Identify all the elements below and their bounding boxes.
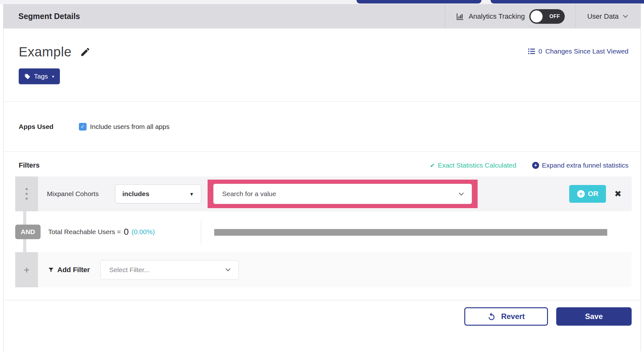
analytics-tracking-section: Analytics Tracking OFF: [445, 4, 576, 29]
or-label: OR: [588, 190, 598, 198]
drag-dot-icon: [26, 188, 28, 190]
include-all-apps-checkbox[interactable]: ✓: [79, 123, 87, 131]
chevron-down-icon: [459, 190, 464, 195]
toggle-knob: [531, 10, 543, 22]
drag-dot-icon: [26, 193, 28, 195]
total-reachable-percent: (0.00%): [132, 228, 155, 236]
expand-funnel-statistics-link[interactable]: + Expand extra funnel statistics: [532, 162, 628, 169]
changes-label: Changes Since Last Viewed: [545, 48, 628, 55]
filters-heading: Filters: [19, 161, 430, 169]
select-filter-dropdown[interactable]: Select Filter...: [100, 260, 239, 280]
top-strip: [0, 0, 644, 4]
tags-label: Tags: [34, 73, 48, 80]
tags-button[interactable]: Tags ▾: [19, 68, 60, 84]
segment-name: Example: [19, 44, 72, 60]
check-icon: ✔: [430, 162, 435, 169]
revert-label: Revert: [501, 312, 525, 321]
user-data-dropdown[interactable]: User Data: [576, 4, 641, 29]
drag-handle[interactable]: [15, 176, 38, 211]
tag-icon: [24, 73, 30, 80]
add-or-condition-button[interactable]: + OR: [569, 185, 606, 203]
exact-statistics-status: ✔ Exact Statistics Calculated: [430, 162, 516, 169]
undo-icon: [487, 312, 496, 321]
plus-circle-icon: +: [577, 190, 585, 198]
reachability-bar: [214, 229, 607, 236]
apps-used-section: Apps Used ✓ Include users from all apps: [3, 102, 641, 151]
title-section: Example Tags ▾: [3, 29, 641, 101]
toggle-state-label: OFF: [549, 14, 560, 19]
cutoff-toolbar-button-right[interactable]: [491, 0, 644, 3]
vertical-divider: [201, 220, 201, 245]
value-placeholder: Search for a value: [222, 190, 276, 198]
select-filter-placeholder: Select Filter...: [109, 266, 150, 274]
cutoff-toolbar-button-left[interactable]: [357, 0, 481, 3]
caret-down-icon: ▼: [189, 191, 194, 197]
segment-details-card: Segment Details Analytics Tracking OFF U…: [3, 4, 641, 351]
plus-circle-icon: +: [532, 162, 539, 169]
analytics-tracking-label: Analytics Tracking: [469, 12, 525, 21]
edit-pencil-icon[interactable]: [80, 47, 91, 57]
add-filter-row: + Add Filter Select Filter...: [15, 252, 632, 287]
chevron-down-icon: [225, 266, 230, 271]
save-button[interactable]: Save: [556, 307, 632, 326]
add-filter-label-group: Add Filter: [48, 266, 90, 274]
drag-dot-icon: [26, 198, 28, 200]
funnel-icon: [48, 267, 54, 273]
header-band: Segment Details Analytics Tracking OFF U…: [3, 4, 641, 29]
changes-count: 0: [538, 48, 542, 55]
filter-field-label: Mixpanel Cohorts: [47, 190, 115, 198]
filter-row: Mixpanel Cohorts includes ▼ Search for a…: [15, 176, 632, 211]
value-select-highlight: Search for a value: [208, 180, 478, 208]
checkbox-check-icon: ✓: [80, 124, 85, 130]
add-filter-label: Add Filter: [57, 266, 90, 274]
apps-used-label: Apps Used: [19, 123, 79, 131]
chevron-down-icon: [623, 13, 628, 18]
add-filter-plus-button[interactable]: +: [15, 252, 38, 287]
value-search-select[interactable]: Search for a value: [213, 184, 472, 204]
page-title: Segment Details: [3, 4, 445, 29]
save-label: Save: [585, 312, 603, 321]
operator-value: includes: [122, 190, 149, 198]
footer-actions: Revert Save: [3, 300, 641, 326]
and-badge: AND: [15, 225, 41, 239]
changes-since-last-viewed-link[interactable]: 0 Changes Since Last Viewed: [528, 48, 628, 55]
and-totals-row: AND Total Reachable Users = 0 (0.00%): [15, 211, 632, 252]
user-data-label: User Data: [587, 12, 619, 21]
total-reachable-value: 0: [124, 227, 129, 237]
revert-button[interactable]: Revert: [464, 307, 548, 326]
total-reachable-users: Total Reachable Users = 0 (0.00%): [48, 227, 155, 237]
exact-statistics-label: Exact Statistics Calculated: [438, 162, 516, 169]
include-all-apps-label: Include users from all apps: [90, 123, 170, 131]
changes-list-icon: [528, 48, 535, 55]
operator-select[interactable]: includes ▼: [115, 184, 201, 203]
analytics-tracking-toggle[interactable]: OFF: [529, 9, 565, 24]
bar-chart-icon: [456, 12, 464, 21]
expand-funnel-statistics-label: Expand extra funnel statistics: [542, 162, 628, 169]
filters-section: Filters ✔ Exact Statistics Calculated + …: [3, 152, 641, 326]
remove-filter-icon[interactable]: ✖: [614, 189, 621, 199]
total-reachable-label: Total Reachable Users =: [48, 228, 121, 236]
caret-down-icon: ▾: [52, 74, 54, 79]
plus-icon: +: [24, 265, 29, 275]
